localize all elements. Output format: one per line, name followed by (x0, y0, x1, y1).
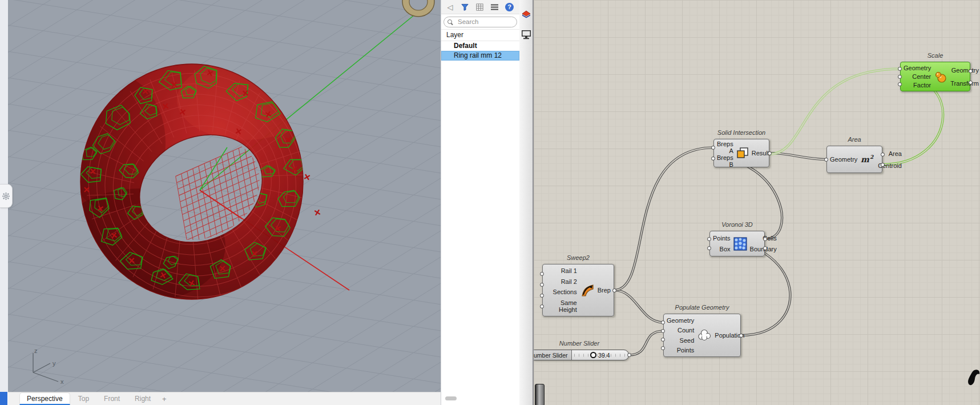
port-in-geometry: Geometry (830, 156, 857, 163)
socket[interactable] (739, 334, 743, 338)
sweep2-icon (580, 283, 595, 298)
node-populate-geometry[interactable]: GeometryCountSeedPointsPopulation (663, 314, 741, 357)
tab-top[interactable]: Top (71, 393, 96, 405)
socket[interactable] (540, 294, 544, 298)
cursor-glyph (968, 370, 979, 385)
wire (614, 148, 713, 291)
port-in-box: Box (720, 246, 731, 252)
port-in-points: Points (677, 347, 695, 354)
port-out-transform: Transform (950, 80, 979, 87)
search-row (441, 14, 519, 30)
display-tab-icon[interactable] (521, 30, 531, 40)
menu-icon[interactable] (490, 3, 499, 11)
canvas-corner-widget[interactable] (535, 384, 545, 405)
layers-tab-icon[interactable] (521, 10, 531, 21)
tab-right[interactable]: Right (128, 393, 158, 405)
svg-text:m: m (861, 155, 869, 164)
wires-layer (534, 0, 980, 405)
tab-perspective[interactable]: Perspective (19, 392, 70, 405)
panel-tab-strip (519, 0, 534, 405)
socket[interactable] (661, 329, 665, 333)
port-in-center: Center (912, 73, 931, 80)
socket[interactable] (661, 338, 665, 342)
node-title-number-slider: Number Slider (559, 340, 599, 347)
layer-row-ring-rail[interactable]: Ring rail mm 12 (441, 51, 519, 61)
help-icon[interactable]: ? (505, 3, 514, 11)
grid-icon[interactable] (475, 3, 484, 11)
node-solid-intersection[interactable]: Breps ABreps BResult (713, 139, 769, 167)
statusbar-corner (0, 392, 7, 405)
tab-front[interactable]: Front (97, 393, 127, 405)
socket[interactable] (969, 69, 973, 73)
grasshopper-canvas[interactable]: GeometryCenterFactorGeometryTransformSca… (534, 0, 980, 405)
layers-panel-toolbar: ◁ ? (441, 0, 519, 14)
socket[interactable] (898, 82, 902, 86)
port-in-count: Count (677, 327, 694, 334)
node-title-scale: Scale (927, 52, 943, 59)
add-viewport-icon[interactable]: + (159, 393, 170, 405)
viewport-tab-bar: Perspective Top Front Right + (8, 392, 441, 405)
area-icon: m2 (860, 154, 875, 165)
socket[interactable] (881, 153, 885, 157)
rhino-viewport[interactable]: zyx (8, 0, 441, 392)
filter-icon[interactable] (461, 3, 469, 11)
axis-z-label: z (34, 347, 38, 354)
port-in-rail-1: Rail 1 (561, 267, 577, 274)
slider-label: umber Slider (534, 350, 572, 360)
panel-scrollbar-thumb[interactable] (445, 396, 457, 400)
node-voronoi-3d[interactable]: PointsBoxCellsBoundary (709, 231, 765, 256)
back-icon[interactable]: ◁ (446, 3, 454, 11)
populate-geometry-icon (697, 328, 712, 342)
socket[interactable] (881, 163, 885, 167)
scale-icon (934, 70, 947, 83)
port-in-breps-b: Breps B (717, 154, 733, 168)
search-box[interactable] (443, 17, 517, 27)
port-out-result: Result (752, 150, 769, 157)
voronoi-3d-icon (733, 237, 747, 251)
port-in-rail-2: Rail 2 (561, 278, 577, 285)
socket[interactable] (768, 151, 772, 155)
socket[interactable] (707, 237, 711, 241)
port-in-breps-a: Breps A (717, 141, 733, 154)
socket[interactable] (540, 272, 544, 276)
svg-text:2: 2 (870, 154, 874, 160)
port-in-same-height: Same Height (546, 299, 577, 313)
slider-value: 39.4 (598, 352, 610, 359)
slider-knob[interactable] (590, 352, 596, 358)
node-sweep2[interactable]: Rail 1Rail 2SectionsSame HeightBrep (542, 264, 614, 316)
socket[interactable] (540, 283, 544, 287)
search-icon (447, 19, 452, 24)
socket[interactable] (763, 237, 767, 241)
layer-column-header[interactable]: Layer (441, 30, 519, 41)
socket[interactable] (540, 304, 544, 308)
port-out-geometry: Geometry (951, 67, 979, 74)
socket[interactable] (711, 157, 715, 161)
port-out-brep: Brep (598, 287, 611, 294)
port-in-points: Points (713, 235, 731, 242)
port-in-factor: Factor (913, 82, 931, 89)
slider-track[interactable]: 39.4 (572, 350, 628, 360)
node-title-solid-intersection: Solid Intersection (717, 129, 765, 136)
socket[interactable] (612, 288, 616, 292)
layer-row-default[interactable]: Default (441, 41, 519, 51)
socket[interactable] (969, 81, 973, 85)
socket[interactable] (661, 346, 665, 350)
port-in-seed: Seed (680, 337, 695, 344)
axis-y-label: y (53, 360, 56, 367)
node-title-voronoi-3d: Voronoi 3D (721, 221, 753, 228)
socket[interactable] (627, 353, 631, 357)
node-title-populate-geometry: Populate Geometry (675, 304, 729, 311)
socket[interactable] (711, 146, 715, 150)
socket[interactable] (661, 320, 665, 324)
node-title-area: Area (848, 136, 861, 143)
node-number-slider[interactable]: umber Slider39.4 (534, 350, 629, 360)
rhino-grasshopper-window: zyx Perspective Top Front Right + ◁ ? (0, 0, 980, 405)
socket[interactable] (824, 158, 828, 162)
search-input[interactable] (457, 18, 517, 26)
gear-icon (2, 193, 10, 200)
node-title-sweep2: Sweep2 (567, 254, 590, 261)
viewport-settings-tab[interactable] (0, 184, 13, 208)
socket[interactable] (898, 75, 902, 79)
node-scale[interactable]: GeometryCenterFactorGeometryTransform (900, 62, 970, 91)
node-area[interactable]: Geometrym2AreaCentroid (826, 146, 882, 173)
